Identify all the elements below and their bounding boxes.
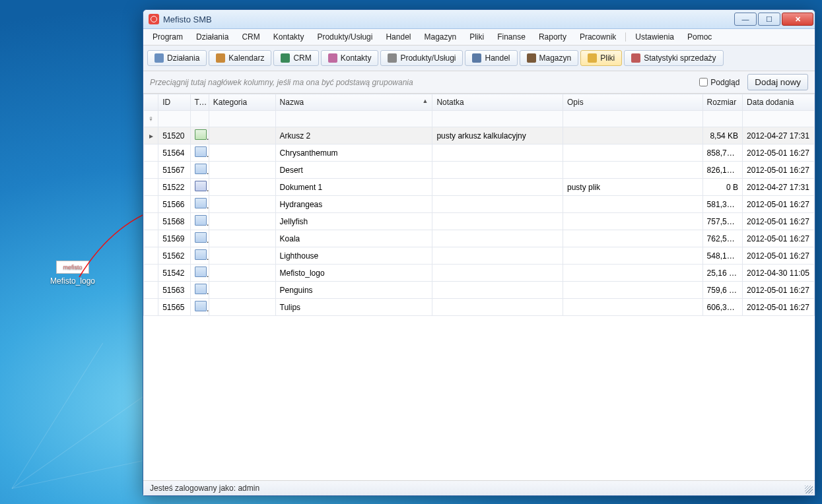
resize-grip[interactable] <box>805 486 813 493</box>
cell-nazwa: Chrysanthemum <box>275 144 432 162</box>
cell-opis <box>563 196 702 213</box>
tab-produkty-us-ugi[interactable]: Produkty/Usługi <box>380 50 463 66</box>
menu-pracownik[interactable]: Pracownik <box>574 30 621 44</box>
menu-ustawienia[interactable]: Ustawienia <box>630 30 679 44</box>
col-op[interactable]: Opis <box>563 94 702 111</box>
table-row[interactable]: 51569Koala762,53 KB2012-05-01 16:27 <box>144 230 815 247</box>
table-row[interactable]: 51562Lighthouse548,12 KB2012-05-01 16:27 <box>144 247 815 265</box>
table-row[interactable]: 51567Desert826,11 KB2012-05-01 16:27 <box>144 162 815 179</box>
row-indicator <box>144 299 158 316</box>
tab-label: Działania <box>167 53 199 63</box>
menu-pliki[interactable]: Pliki <box>464 30 489 44</box>
row-indicator <box>144 196 158 213</box>
col-id[interactable]: ID <box>158 94 190 111</box>
cell-notatka <box>432 247 563 265</box>
tab-label: Statystyki sprzedaży <box>644 53 716 63</box>
menu-dzia-ania[interactable]: Działania <box>191 30 234 44</box>
cell-id: 51522 <box>158 179 190 196</box>
row-indicator <box>144 162 158 179</box>
col-typ[interactable]: Typ <box>190 94 209 111</box>
cell-typ <box>190 196 209 213</box>
app-window: Mefisto SMB — ☐ ✕ ProgramDziałaniaCRMKon… <box>143 9 815 496</box>
tab-statystyki-sprzeda-y[interactable]: Statystyki sprzedaży <box>624 50 723 66</box>
col-indicator[interactable] <box>144 94 158 111</box>
maximize-button[interactable]: ☐ <box>758 13 780 26</box>
file-type-icon <box>195 198 207 208</box>
tab-dzia-ania[interactable]: Działania <box>147 50 207 66</box>
cell-kat <box>209 144 275 162</box>
desktop-icon-mefisto-logo[interactable]: mefisto Mefisto_logo <box>50 261 96 286</box>
menu-pomoc[interactable]: Pomoc <box>682 30 717 44</box>
menu-crm[interactable]: CRM <box>236 30 265 44</box>
row-indicator: ▸ <box>144 127 158 144</box>
tab-label: Magazyn <box>539 53 572 63</box>
cell-notatka <box>432 213 563 230</box>
menu-kontakty[interactable]: Kontakty <box>268 30 310 44</box>
table-row[interactable]: 51563Penguins759,6 KB2012-05-01 16:27 <box>144 282 815 299</box>
row-indicator <box>144 282 158 299</box>
table-row[interactable]: 51566Hydrangeas581,33 KB2012-05-01 16:27 <box>144 196 815 213</box>
preview-checkbox[interactable]: Podgląd <box>699 78 739 87</box>
filter-indicator-icon[interactable]: ♀ <box>144 111 158 127</box>
cell-data: 2012-05-01 16:27 <box>743 144 815 162</box>
preview-checkbox-input[interactable] <box>699 78 708 86</box>
files-grid[interactable]: ID Typ Kategoria Nazwa▲ Notatka Opis Roz… <box>143 94 815 480</box>
tab-crm[interactable]: CRM <box>273 50 318 66</box>
table-row[interactable]: ▸51520Arkusz 2pusty arkusz kalkulacyjny8… <box>144 127 815 144</box>
file-type-icon <box>195 146 207 157</box>
cell-typ <box>190 213 209 230</box>
menu-separator <box>625 32 626 42</box>
cell-notatka <box>432 299 563 316</box>
tab-kalendarz[interactable]: Kalendarz <box>209 50 271 66</box>
cell-rozmiar: 759,6 KB <box>702 282 742 299</box>
file-type-icon <box>195 215 207 226</box>
col-roz[interactable]: Rozmiar <box>702 94 742 111</box>
cell-kat <box>209 282 275 299</box>
add-new-button[interactable]: Dodaj nowy <box>747 74 808 90</box>
menu-produkty-us-ugi[interactable]: Produkty/Usługi <box>312 30 378 44</box>
filter-row[interactable]: ♀ <box>144 111 815 127</box>
cell-data: 2012-05-01 16:27 <box>743 230 815 247</box>
tab-handel[interactable]: Handel <box>465 50 517 66</box>
table-row[interactable]: 51522Dokument 1pusty plik0 B2012-04-27 1… <box>144 179 815 196</box>
cell-data: 2012-04-27 17:31 <box>743 127 815 144</box>
cell-kat <box>209 179 275 196</box>
close-button[interactable]: ✕ <box>782 13 813 26</box>
row-indicator <box>144 144 158 162</box>
cell-opis: pusty plik <box>563 179 702 196</box>
group-panel[interactable]: Przeciągnij tutaj nagłówek kolumny, jeśl… <box>143 71 815 94</box>
cell-rozmiar: 581,33 KB <box>702 196 742 213</box>
table-row[interactable]: 51565Tulips606,34 KB2012-05-01 16:27 <box>144 299 815 316</box>
col-naz[interactable]: Nazwa▲ <box>275 94 432 111</box>
menu-handel[interactable]: Handel <box>380 30 416 44</box>
menu-raporty[interactable]: Raporty <box>533 30 572 44</box>
cell-nazwa: Hydrangeas <box>275 196 432 213</box>
minimize-button[interactable]: — <box>734 13 757 26</box>
col-not[interactable]: Notatka <box>432 94 563 111</box>
table-row[interactable]: 51564Chrysanthemum858,78 KB2012-05-01 16… <box>144 144 815 162</box>
cell-typ <box>190 282 209 299</box>
row-indicator <box>144 230 158 247</box>
cell-notatka <box>432 282 563 299</box>
row-indicator <box>144 247 158 265</box>
app-icon <box>149 14 159 24</box>
cell-rozmiar: 0 B <box>702 179 742 196</box>
titlebar[interactable]: Mefisto SMB — ☐ ✕ <box>143 10 815 29</box>
table-row[interactable]: 51542Mefisto_logo25,16 KB2012-04-30 11:0… <box>144 265 815 282</box>
menu-program[interactable]: Program <box>147 30 188 44</box>
table-row[interactable]: 51568Jellyfish757,52 KB2012-05-01 16:27 <box>144 213 815 230</box>
cell-opis <box>563 144 702 162</box>
menu-magazyn[interactable]: Magazyn <box>419 30 462 44</box>
cell-id: 51565 <box>158 299 190 316</box>
cell-kat <box>209 247 275 265</box>
menu-finanse[interactable]: Finanse <box>492 30 531 44</box>
cell-typ <box>190 179 209 196</box>
col-kat[interactable]: Kategoria <box>209 94 275 111</box>
cell-notatka <box>432 265 563 282</box>
cell-kat <box>209 299 275 316</box>
tab-magazyn[interactable]: Magazyn <box>520 50 579 66</box>
col-dat[interactable]: Data dodania <box>743 94 815 111</box>
tab-kontakty[interactable]: Kontakty <box>321 50 379 66</box>
tab-pliki[interactable]: Pliki <box>580 50 622 66</box>
cell-opis <box>563 299 702 316</box>
